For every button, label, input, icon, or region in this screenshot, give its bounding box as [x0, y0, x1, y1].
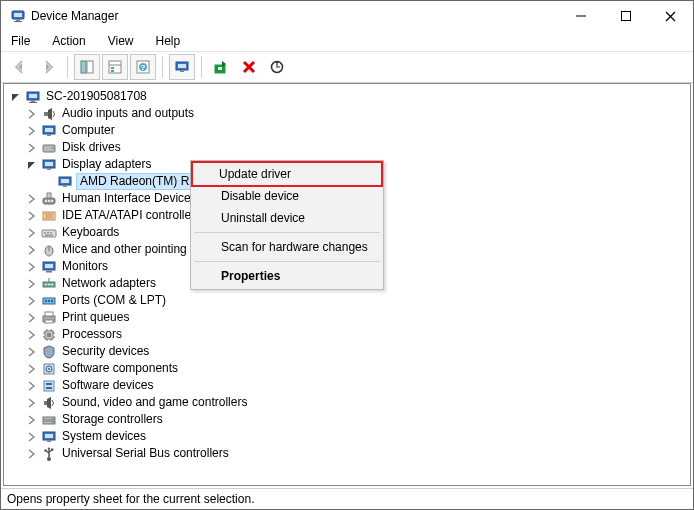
sec-icon	[40, 344, 58, 360]
menu-view[interactable]: View	[104, 33, 138, 49]
chevron-right-icon[interactable]	[24, 211, 40, 221]
svg-point-98	[44, 449, 46, 451]
svg-rect-26	[29, 94, 37, 98]
tree-category-label: Keyboards	[60, 224, 121, 241]
chevron-right-icon[interactable]	[24, 330, 40, 340]
chevron-right-icon[interactable]	[24, 262, 40, 272]
ctx-separator	[194, 232, 380, 233]
tree-category-sysdev[interactable]: System devices	[8, 428, 690, 445]
svg-rect-10	[109, 61, 121, 73]
ctx-scan-hardware[interactable]: Scan for hardware changes	[193, 236, 381, 258]
tree-category-label: Human Interface Devices	[60, 190, 199, 207]
show-hide-tree-button[interactable]	[74, 54, 100, 80]
chevron-right-icon[interactable]	[24, 449, 40, 459]
close-button[interactable]	[648, 1, 693, 31]
svg-text:?: ?	[141, 63, 146, 72]
chevron-down-icon[interactable]	[8, 92, 24, 102]
chevron-right-icon[interactable]	[24, 194, 40, 204]
menu-help[interactable]: Help	[152, 33, 185, 49]
properties-button[interactable]	[102, 54, 128, 80]
scan-hardware-button[interactable]	[264, 54, 290, 80]
chevron-right-icon[interactable]	[24, 398, 40, 408]
swd-icon	[40, 378, 58, 394]
tree-category-label: Display adapters	[60, 156, 153, 173]
svg-rect-54	[45, 234, 53, 236]
tree-view[interactable]: SC-201905081708 Audio inputs and outputs…	[3, 83, 691, 486]
chevron-right-icon[interactable]	[24, 109, 40, 119]
svg-point-34	[52, 147, 54, 149]
menu-file[interactable]: File	[7, 33, 34, 49]
menu-action[interactable]: Action	[48, 33, 89, 49]
chevron-right-icon[interactable]	[24, 364, 40, 374]
chevron-right-icon[interactable]	[24, 381, 40, 391]
context-menu: Update driver Disable device Uninstall d…	[190, 160, 384, 290]
tree-category-label: Computer	[60, 122, 117, 139]
ctx-properties[interactable]: Properties	[193, 265, 381, 287]
tree-category-audio[interactable]: Audio inputs and outputs	[8, 105, 690, 122]
svg-rect-2	[16, 19, 20, 21]
tree-category-label: Software devices	[60, 377, 155, 394]
tree-category-sec[interactable]: Security devices	[8, 343, 690, 360]
tree-category-label: Disk drives	[60, 139, 123, 156]
chevron-right-icon[interactable]	[24, 279, 40, 289]
tree-category-sound[interactable]: Sound, video and game controllers	[8, 394, 690, 411]
chevron-right-icon[interactable]	[24, 126, 40, 136]
tree-category-swd[interactable]: Software devices	[8, 377, 690, 394]
toolbar-separator	[67, 56, 68, 78]
keyboards-icon	[40, 225, 58, 241]
maximize-button[interactable]	[603, 1, 648, 31]
statusbar: Opens property sheet for the current sel…	[1, 488, 693, 509]
chevron-right-icon[interactable]	[24, 313, 40, 323]
tree-category-storage[interactable]: Storage controllers	[8, 411, 690, 428]
chevron-right-icon[interactable]	[24, 296, 40, 306]
tree-category-usb[interactable]: Universal Serial Bus controllers	[8, 445, 690, 462]
nav-back-button[interactable]	[7, 54, 33, 80]
tree-category-swc[interactable]: Software components	[8, 360, 690, 377]
display-icon	[56, 174, 74, 190]
window-title: Device Manager	[31, 9, 118, 23]
sound-icon	[40, 395, 58, 411]
uninstall-button[interactable]	[236, 54, 262, 80]
tree-category-disk[interactable]: Disk drives	[8, 139, 690, 156]
ctx-uninstall-device[interactable]: Uninstall device	[193, 207, 381, 229]
hid-icon	[40, 191, 58, 207]
disk-icon	[40, 140, 58, 156]
chevron-right-icon[interactable]	[24, 228, 40, 238]
tree-root[interactable]: SC-201905081708	[8, 88, 690, 105]
svg-rect-19	[180, 70, 184, 72]
ctx-update-driver[interactable]: Update driver	[191, 161, 383, 187]
update-driver-button[interactable]	[208, 54, 234, 80]
chevron-right-icon[interactable]	[24, 143, 40, 153]
chevron-down-icon[interactable]	[24, 160, 40, 170]
toolbar-separator	[201, 56, 202, 78]
minimize-button[interactable]	[558, 1, 603, 31]
svg-rect-21	[218, 67, 222, 70]
chevron-right-icon[interactable]	[24, 245, 40, 255]
proc-icon	[40, 327, 58, 343]
ctx-disable-device[interactable]: Disable device	[193, 185, 381, 207]
svg-point-84	[48, 368, 50, 370]
svg-rect-12	[111, 67, 114, 69]
tree-category-computer[interactable]: Computer	[8, 122, 690, 139]
tree-category-printq[interactable]: Print queues	[8, 309, 690, 326]
devices-view-button[interactable]	[169, 54, 195, 80]
chevron-right-icon[interactable]	[24, 432, 40, 442]
computer-icon	[24, 89, 42, 105]
help-button[interactable]: ?	[130, 54, 156, 80]
toolbar-separator	[162, 56, 163, 78]
svg-rect-63	[51, 284, 53, 285]
svg-point-91	[52, 417, 54, 419]
chevron-right-icon[interactable]	[24, 347, 40, 357]
svg-point-92	[52, 421, 54, 423]
chevron-right-icon[interactable]	[24, 415, 40, 425]
svg-point-43	[48, 200, 50, 202]
tree-category-proc[interactable]: Processors	[8, 326, 690, 343]
tree-category-label: System devices	[60, 428, 148, 445]
svg-rect-36	[45, 162, 53, 166]
svg-rect-9	[87, 61, 93, 73]
display-icon	[40, 157, 58, 173]
svg-rect-39	[61, 179, 69, 183]
tree-category-ports[interactable]: Ports (COM & LPT)	[8, 292, 690, 309]
svg-rect-40	[63, 185, 67, 187]
nav-forward-button[interactable]	[35, 54, 61, 80]
